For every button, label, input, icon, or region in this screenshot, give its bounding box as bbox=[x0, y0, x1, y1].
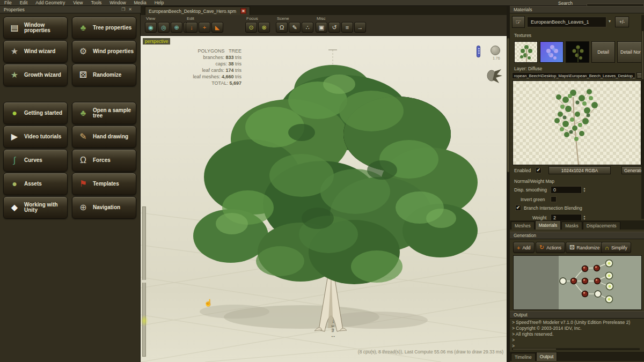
forces-magnet-icon: Ω bbox=[77, 156, 90, 165]
focus-selected-icon[interactable]: ⊙ bbox=[245, 22, 257, 33]
material-type-icon[interactable]: ☞ bbox=[512, 16, 525, 28]
menu-bar: File Edit Add Geometry View Tools Window… bbox=[0, 0, 644, 6]
randomize-button[interactable]: ⚄Randomize bbox=[72, 64, 136, 86]
resolution-button[interactable]: 1024x1024 RGBA bbox=[548, 166, 611, 174]
actions-button[interactable]: ↻Actions bbox=[536, 242, 565, 253]
button-label: Randomize bbox=[93, 72, 121, 78]
menu-help[interactable]: Help bbox=[155, 0, 164, 5]
document-tab-bar: EuropeanBeech_Desktop_Cave_Hero.spm ✖ bbox=[141, 6, 507, 15]
chevron-down-icon[interactable]: ▾ bbox=[609, 19, 611, 24]
curves-button[interactable]: ∫Curves bbox=[3, 149, 68, 172]
viewport-3d[interactable]: perspective POLYGONS TREE branches: 833 … bbox=[141, 36, 507, 362]
menu-media[interactable]: Media bbox=[134, 0, 147, 5]
button-label: Templates bbox=[93, 181, 119, 187]
texture-path-field[interactable]: ropean_Beech\Desktop_Maps\European_Beech… bbox=[512, 72, 635, 79]
menu-view[interactable]: View bbox=[73, 0, 83, 5]
material-name-dropdown[interactable]: EuropeanBeech_Leaves_1 bbox=[527, 17, 606, 27]
zoom-icon[interactable]: ⊕ bbox=[171, 22, 182, 33]
window-properties-button[interactable]: ▤Window properties bbox=[3, 17, 68, 39]
randomize-icon: ⚄ bbox=[569, 244, 575, 251]
working-with-unity-button[interactable]: ◆Working with Unity bbox=[3, 196, 68, 219]
layer-label: Layer: Diffuse bbox=[514, 66, 542, 71]
navigation-icon: ⊕ bbox=[77, 203, 90, 212]
add-remove-material-button[interactable]: +/- bbox=[615, 17, 629, 27]
window-icon[interactable]: ▣ bbox=[316, 22, 327, 33]
tab-masks[interactable]: Masks bbox=[561, 221, 582, 230]
tree-properties-button[interactable]: ♣Tree properties bbox=[72, 17, 136, 39]
menu-add-geometry[interactable]: Add Geometry bbox=[35, 0, 65, 5]
menu-file[interactable]: File bbox=[4, 0, 12, 5]
list-icon[interactable]: ≡ bbox=[341, 22, 353, 33]
material-section-tabs: Meshes Materials Masks Displacements bbox=[510, 220, 644, 230]
generate-normal-button[interactable]: Generate N bbox=[621, 166, 644, 174]
enabled-checkbox[interactable]: ✔ bbox=[536, 167, 541, 173]
normal-texture-thumbnail[interactable] bbox=[540, 41, 564, 63]
scale-reference-sphere[interactable] bbox=[491, 46, 500, 55]
randomize-generation-button[interactable]: ⚄Randomize bbox=[566, 242, 604, 253]
forces-button[interactable]: ΩForces bbox=[72, 149, 136, 172]
drop-node-icon[interactable]: ↓ bbox=[186, 22, 197, 33]
wind-wizard-button[interactable]: ★Wind wizard bbox=[3, 40, 68, 63]
add-generator-button[interactable]: +Add bbox=[513, 242, 535, 253]
menu-window[interactable]: Window bbox=[109, 0, 126, 5]
orbit-icon[interactable]: ◉ bbox=[145, 22, 157, 33]
properties-panel-title: Properties bbox=[4, 7, 25, 12]
open-sample-tree-button[interactable]: ♣Open a sample tree bbox=[72, 102, 136, 124]
button-label: Hand drawing bbox=[93, 134, 128, 140]
assets-button[interactable]: ●Assets bbox=[3, 173, 68, 195]
close-tab-icon[interactable]: ✖ bbox=[240, 8, 246, 14]
growth-wizard-icon: ★ bbox=[8, 71, 21, 80]
branch-blending-checkbox[interactable]: ✔ bbox=[515, 205, 521, 211]
detail-normal-texture-slot-button[interactable]: Detail Nor bbox=[617, 41, 644, 63]
view-mode-label[interactable]: perspective bbox=[143, 38, 170, 45]
getting-started-button[interactable]: ●Getting started bbox=[3, 102, 68, 124]
disp-smoothing-spinner[interactable]: 0 ▲▼ bbox=[551, 186, 587, 194]
growth-wizard-button[interactable]: ★Growth wizard bbox=[3, 64, 68, 86]
templates-button[interactable]: ⚑Templates bbox=[72, 173, 136, 195]
detail-texture-slot-button[interactable]: Detail bbox=[591, 41, 615, 63]
navigation-button[interactable]: ⊕Navigation bbox=[72, 196, 136, 219]
close-panel-icon[interactable]: ✕ bbox=[128, 7, 132, 12]
export-icon[interactable]: → bbox=[354, 22, 366, 33]
tab-meshes[interactable]: Meshes bbox=[511, 221, 535, 230]
undo-icon[interactable]: ↺ bbox=[328, 22, 340, 33]
simplify-icon: ∩ bbox=[605, 245, 609, 251]
add-node-icon[interactable]: + bbox=[199, 22, 210, 33]
button-label: Video tutorials bbox=[24, 134, 61, 140]
draw-icon[interactable]: ✎ bbox=[289, 22, 301, 33]
tab-materials[interactable]: Materials bbox=[535, 220, 561, 230]
tab-output[interactable]: Output bbox=[536, 352, 558, 361]
hand-drawing-button[interactable]: ✎Hand drawing bbox=[72, 125, 136, 148]
ruler-highlight bbox=[141, 315, 148, 327]
materials-panel: Materials ☞ EuropeanBeech_Leaves_1 ▾ +/-… bbox=[510, 6, 644, 362]
simplify-button[interactable]: ∩Simplify bbox=[601, 242, 631, 253]
button-label: Curves bbox=[24, 158, 42, 164]
diffuse-texture-thumbnail[interactable] bbox=[514, 41, 538, 63]
magnet-icon[interactable]: Ω bbox=[276, 22, 288, 33]
invert-green-checkbox[interactable] bbox=[551, 196, 557, 202]
menu-tools[interactable]: Tools bbox=[91, 0, 101, 5]
output-horizontal-scrollbar[interactable] bbox=[512, 348, 640, 350]
focus-off-icon[interactable]: ⊗ bbox=[258, 22, 270, 33]
target-icon[interactable]: ◎ bbox=[158, 22, 170, 33]
tab-displacements[interactable]: Displacements bbox=[583, 221, 620, 230]
specular-texture-thumbnail[interactable] bbox=[566, 41, 589, 63]
video-tutorials-button[interactable]: ▶Video tutorials bbox=[3, 125, 68, 148]
texture-preview[interactable] bbox=[513, 80, 641, 165]
wind-wizard-icon: ★ bbox=[8, 47, 21, 56]
wind-properties-button[interactable]: ⚙Wind properties bbox=[72, 40, 136, 63]
branch-blending-label: Branch Intersection Blending bbox=[524, 205, 582, 211]
enabled-label: Enabled bbox=[514, 168, 531, 173]
prune-icon[interactable]: ◣ bbox=[211, 22, 223, 33]
button-label: Wind wizard bbox=[24, 49, 55, 55]
document-tab[interactable]: EuropeanBeech_Desktop_Cave_Hero.spm ✖ bbox=[145, 6, 250, 15]
float-panel-icon[interactable]: ❐ bbox=[121, 7, 125, 12]
materials-scrollbar[interactable] bbox=[641, 15, 644, 219]
window-properties-icon: ▤ bbox=[8, 24, 21, 33]
menu-edit[interactable]: Edit bbox=[20, 0, 28, 5]
tab-timeline[interactable]: Timeline bbox=[511, 353, 536, 361]
toolbar-group-scene-label: Scene bbox=[276, 16, 313, 21]
generation-node-graph[interactable] bbox=[513, 255, 642, 310]
axis-gizmo-icon[interactable] bbox=[477, 46, 480, 57]
scatter-icon[interactable]: ∴ bbox=[302, 22, 313, 33]
